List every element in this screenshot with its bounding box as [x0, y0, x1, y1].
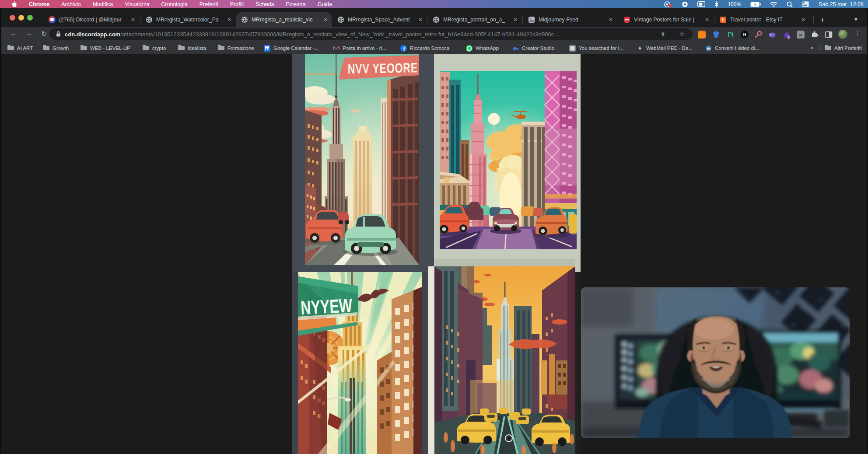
svg-text:5: 5 [788, 35, 789, 39]
svg-text:H: H [743, 32, 746, 37]
svg-text:NVV YEOORE: NVV YEOORE [348, 60, 418, 77]
svg-text:M: M [799, 33, 802, 37]
svg-text:f: f [403, 46, 405, 51]
svg-text:E: E [721, 17, 724, 22]
svg-text:31: 31 [265, 46, 269, 50]
